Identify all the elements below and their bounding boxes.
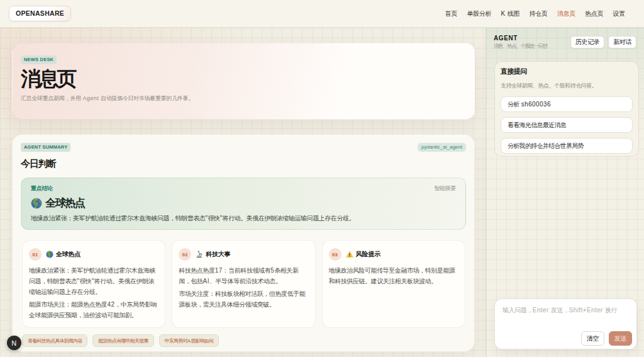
- direct-ask-panel: 直接提问 支持全球新闻、热点、个股和持仓问答。 分析 sh600036看看海光信…: [494, 61, 639, 157]
- news-desk-badge: NEWS DESK: [21, 55, 57, 64]
- column-title-text: 科技大事: [206, 250, 230, 259]
- column-paragraph: 能源市场关注：能源热点热度42，中东局势影响全球能源供应预期，油价波动可能加剧。: [29, 299, 158, 320]
- page-subtitle: 汇总全球重点新闻，并用 Agent 自动提炼今日对市场最重要的几件事。: [21, 94, 460, 103]
- suggestion-chip-2[interactable]: 中东局势对A股影响如何: [159, 334, 219, 347]
- news-main-pane: NEWS DESK 消息页 汇总全球重点新闻，并用 Agent 自动提炼今日对市…: [0, 28, 486, 357]
- nav-item-2[interactable]: K 线图: [501, 9, 519, 18]
- key-conclusion-title: 全球热点: [31, 196, 456, 210]
- key-conclusion-label: 重点结论: [31, 184, 53, 193]
- ask-suggestion-1[interactable]: 看看海光信息最近消息: [501, 117, 633, 133]
- top-bar: OPENASHARE 首页单股分析K 线图持仓页消息页热点页设置: [0, 0, 644, 28]
- main-nav: 首页单股分析K 线图持仓页消息页热点页设置: [445, 0, 625, 28]
- floating-n-badge[interactable]: N: [7, 336, 21, 350]
- nav-item-1[interactable]: 单股分析: [467, 9, 491, 18]
- column-title: 风险提示: [346, 250, 380, 259]
- send-button[interactable]: 发送: [609, 331, 632, 346]
- summary-column-2: 02 科技大事 科技热点热度17：当前科技领域有5条相关新闻，包括AI、半导体等…: [172, 240, 315, 328]
- clear-button[interactable]: 清空: [581, 331, 604, 346]
- nav-item-4[interactable]: 消息页: [557, 9, 575, 18]
- column-header: 03 风险提示: [329, 248, 458, 261]
- page-title: 消息页: [21, 67, 460, 91]
- agent-name-tag: pydantic_ai_agent: [418, 143, 466, 152]
- column-paragraph: 地缘政治风险可能传导至金融市场，特别是能源和科技供应链。建议关注相关板块波动。: [329, 265, 458, 286]
- agent-sidebar: AGENT 消息、热点、个股统一问答 历史记录 新对话 直接提问 支持全球新闻、…: [486, 28, 644, 357]
- column-paragraph: 科技热点热度17：当前科技领域有5条相关新闻，包括AI、半导体等前沿技术动态。: [179, 265, 308, 286]
- direct-ask-description: 支持全球新闻、热点、个股和持仓问答。: [501, 82, 633, 90]
- key-conclusion-title-text: 全球热点: [45, 196, 85, 210]
- news-hero-card: NEWS DESK 消息页 汇总全球重点新闻，并用 Agent 自动提炼今日对市…: [12, 43, 475, 120]
- column-paragraph: 地缘政治紧张：美军护航油轮通过霍尔木兹海峡问题，特朗普表态"很快"将行动。美俄在…: [29, 265, 158, 297]
- warning-icon: [346, 251, 353, 258]
- key-conclusion-panel: 重点结论 智能摘要 全球热点 地缘政治紧张：美军护航油轮通过霍尔木兹海峡问题，特…: [21, 178, 466, 230]
- nav-item-5[interactable]: 热点页: [585, 9, 603, 18]
- column-title: 科技大事: [196, 250, 230, 259]
- globe-icon: [31, 198, 42, 209]
- column-title-text: 风险提示: [356, 250, 380, 259]
- agent-header-buttons: 历史记录 新对话: [570, 36, 636, 48]
- agent-summary-badge: AGENT SUMMARY: [21, 143, 70, 152]
- key-conclusion-head: 重点结论 智能摘要: [31, 184, 456, 193]
- ask-suggestion-2[interactable]: 分析我的持仓并结合世界局势: [501, 138, 633, 154]
- suggestion-chips: 查看科技热点具体新闻内容能源热点有哪些相关股票中东局势对A股影响如何: [22, 334, 466, 347]
- summary-columns: 01 全球热点 地缘政治紧张：美军护航油轮通过霍尔木兹海峡问题，特朗普表态"很快…: [22, 240, 465, 328]
- summary-column-3: 03 风险提示 地缘政治风险可能传导至金融市场，特别是能源和科技供应链。建议关注…: [322, 240, 465, 328]
- direct-ask-suggestions: 分析 sh600036看看海光信息最近消息分析我的持仓并结合世界局势: [501, 96, 633, 154]
- chat-input-card: 输入问题，Enter 发送，Shift+Enter 换行 清空 发送: [494, 298, 637, 349]
- nav-item-3[interactable]: 持仓页: [529, 9, 547, 18]
- content: NEWS DESK 消息页 汇总全球重点新闻，并用 Agent 自动提炼今日对市…: [0, 28, 644, 357]
- history-button[interactable]: 历史记录: [570, 36, 604, 48]
- ask-suggestion-0[interactable]: 分析 sh600036: [501, 96, 633, 112]
- summary-header: AGENT SUMMARY pydantic_ai_agent: [21, 143, 466, 152]
- nav-item-6[interactable]: 设置: [613, 9, 625, 18]
- column-number-badge: 03: [329, 248, 341, 261]
- brand-logo[interactable]: OPENASHARE: [9, 6, 71, 21]
- summary-column-1: 01 全球热点 地缘政治紧张：美军护航油轮通过霍尔木兹海峡问题，特朗普表态"很快…: [22, 240, 165, 328]
- column-title: 全球热点: [46, 250, 80, 259]
- column-title-text: 全球热点: [56, 250, 80, 259]
- agent-summary-card: AGENT SUMMARY pydantic_ai_agent 今日判断 重点结…: [12, 134, 475, 352]
- column-number-badge: 01: [29, 248, 42, 261]
- chat-input-buttons: 清空 发送: [581, 331, 632, 346]
- summary-title: 今日判断: [21, 157, 466, 169]
- key-conclusion-body: 地缘政治紧张：美军护航油轮通过霍尔木兹海峡问题，特朗普表态"很快"将行动。美俄在…: [31, 214, 456, 223]
- chat-input[interactable]: [500, 304, 631, 324]
- globe-icon: [46, 251, 53, 258]
- column-header: 02 科技大事: [179, 248, 308, 261]
- column-header: 01 全球热点: [29, 248, 158, 261]
- column-number-badge: 02: [179, 248, 191, 261]
- suggestion-chip-0[interactable]: 查看科技热点具体新闻内容: [22, 334, 87, 347]
- agent-header: AGENT 消息、热点、个股统一问答 历史记录 新对话: [494, 35, 636, 50]
- smart-summary-label: 智能摘要: [434, 184, 456, 193]
- suggestion-chip-1[interactable]: 能源热点有哪些相关股票: [92, 334, 153, 347]
- column-paragraph: 市场关注度：科技板块相对活跃，但热度低于能源板块，需关注具体细分领域突破。: [179, 288, 308, 310]
- new-chat-button[interactable]: 新对话: [608, 36, 636, 48]
- microscope-icon: [196, 251, 203, 258]
- nav-item-0[interactable]: 首页: [445, 9, 457, 18]
- direct-ask-title: 直接提问: [501, 67, 633, 76]
